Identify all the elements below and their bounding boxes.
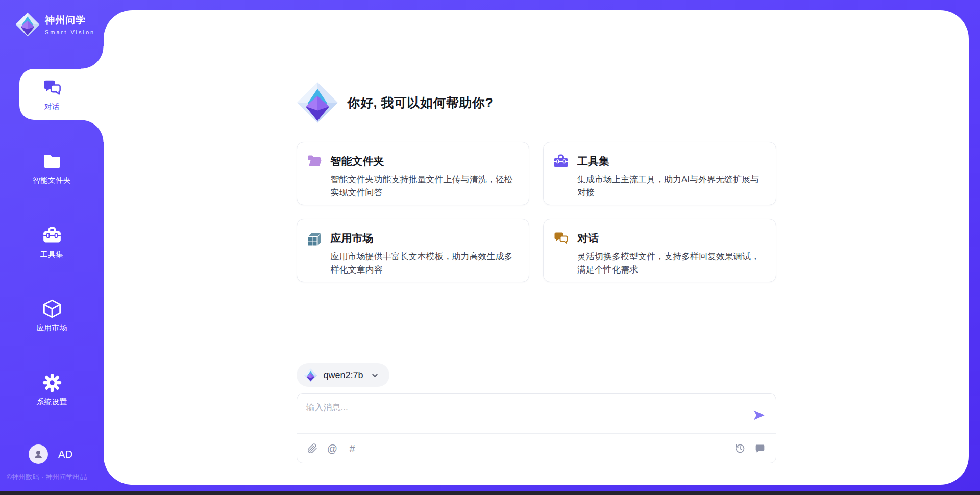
sidebar-item-label: 系统设置: [37, 397, 67, 407]
bottom-edge-strip: [0, 491, 980, 495]
new-chat-button[interactable]: [755, 443, 766, 454]
sidebar-item-label: 对话: [44, 102, 60, 112]
card-title: 智能文件夹: [331, 154, 384, 168]
user-profile[interactable]: AD: [0, 444, 104, 464]
chat-icon: [42, 78, 62, 98]
card-head: 对话: [553, 230, 765, 246]
card-description: 灵活切换多模型文件，支持多样回复效果调试，满足个性化需求: [577, 250, 765, 277]
main-content: 你好, 我可以如何帮助你? 智能文件夹 智能文件夹功能支持批量文件上传与清洗，轻…: [297, 10, 776, 463]
grid-icon: [306, 230, 323, 246]
chat-bubble-icon: [755, 443, 765, 454]
sidebar-item-label: 智能文件夹: [33, 176, 71, 185]
card-app-market[interactable]: 应用市场 应用市场提供丰富长文本模板，助力高效生成多样化文章内容: [297, 219, 530, 282]
gear-icon: [42, 373, 62, 393]
card-head: 工具集: [553, 153, 765, 169]
copyright-text: ©神州数码 · 神州问学出品: [7, 473, 87, 482]
chat-icon: [553, 230, 569, 246]
card-description: 应用市场提供丰富长文本模板，助力高效生成多样化文章内容: [331, 250, 518, 277]
folder-icon: [42, 151, 62, 171]
toolbar-right: [735, 443, 766, 454]
brand-gem-icon: [15, 12, 40, 37]
message-input[interactable]: [297, 394, 743, 432]
send-button[interactable]: [752, 409, 766, 422]
toolbox-icon: [553, 153, 569, 169]
avatar: [29, 444, 48, 464]
card-head: 应用市场: [306, 230, 518, 246]
assistant-gem-icon: [297, 82, 338, 123]
history-icon: [735, 443, 745, 454]
card-toolbox[interactable]: 工具集 集成市场上主流工具，助力AI与外界无缝扩展与对接: [543, 142, 776, 205]
brand-subtitle: Smart Vision: [45, 29, 95, 35]
brand-text: 神州问学 Smart Vision: [45, 14, 95, 35]
send-icon: [752, 409, 766, 422]
card-head: 智能文件夹: [306, 153, 518, 169]
cube-icon: [42, 299, 62, 319]
chevron-down-icon: [371, 371, 379, 380]
user-icon: [32, 448, 44, 460]
brand-name: 神州问学: [45, 14, 95, 27]
sidebar-item-settings[interactable]: 系统设置: [0, 373, 104, 407]
paperclip-icon: [307, 443, 317, 454]
card-description: 集成市场上主流工具，助力AI与外界无缝扩展与对接: [577, 173, 765, 200]
at-sign-icon: @: [327, 443, 337, 454]
card-title: 工具集: [577, 154, 609, 168]
toolbox-icon: [42, 225, 62, 245]
main-panel: 你好, 我可以如何帮助你? 智能文件夹 智能文件夹功能支持批量文件上传与清洗，轻…: [104, 10, 969, 485]
hash-icon: #: [349, 443, 355, 454]
sidebar-item-label: 工具集: [40, 250, 63, 259]
feature-cards: 智能文件夹 智能文件夹功能支持批量文件上传与清洗，轻松实现文件问答 工具集 集成…: [297, 142, 776, 282]
history-button[interactable]: [735, 443, 746, 454]
card-title: 应用市场: [331, 231, 374, 245]
card-chat[interactable]: 对话 灵活切换多模型文件，支持多样回复效果调试，满足个性化需求: [543, 219, 776, 282]
card-title: 对话: [577, 231, 599, 245]
brand-logo: 神州问学 Smart Vision: [15, 12, 95, 37]
sidebar-item-app-market[interactable]: 应用市场: [0, 299, 104, 333]
sidebar-item-smart-folder[interactable]: 智能文件夹: [0, 151, 104, 185]
sidebar-item-label: 应用市场: [37, 323, 67, 333]
toolbar-left: @ #: [307, 443, 358, 454]
card-smart-folder[interactable]: 智能文件夹 智能文件夹功能支持批量文件上传与清洗，轻松实现文件问答: [297, 142, 530, 205]
composer: @ #: [297, 393, 776, 463]
sidebar-item-toolbox[interactable]: 工具集: [0, 225, 104, 259]
sidebar-item-chat[interactable]: 对话: [0, 78, 104, 112]
sidebar: 神州问学 Smart Vision 对话 智能文件夹 工具集: [0, 0, 104, 495]
folder-open-icon: [306, 153, 323, 169]
model-gem-icon: [304, 368, 317, 382]
greeting-text: 你好, 我可以如何帮助你?: [348, 94, 494, 111]
composer-toolbar: @ #: [297, 434, 776, 463]
model-selector[interactable]: qwen2:7b: [297, 363, 389, 387]
greeting: 你好, 我可以如何帮助你?: [297, 82, 776, 123]
topic-button[interactable]: #: [347, 443, 358, 454]
mention-button[interactable]: @: [327, 443, 338, 454]
model-name: qwen2:7b: [324, 370, 363, 381]
card-description: 智能文件夹功能支持批量文件上传与清洗，轻松实现文件问答: [331, 173, 518, 200]
user-initials: AD: [58, 449, 73, 460]
attach-file-button[interactable]: [307, 443, 318, 454]
